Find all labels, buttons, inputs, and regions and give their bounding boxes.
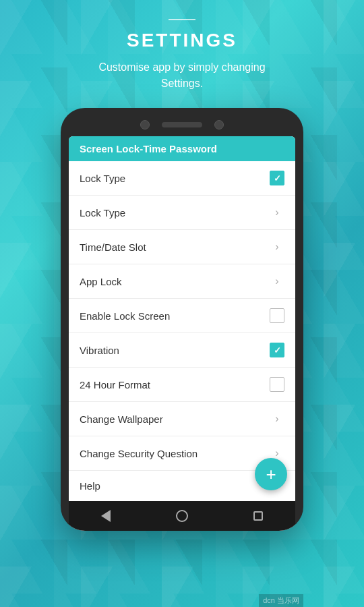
chevron-icon-app-lock: ›	[270, 274, 284, 289]
settings-label-24-hour: 24 Hour Format	[80, 379, 150, 391]
checkbox-vibration[interactable]	[270, 343, 284, 357]
settings-list: Lock Type Lock Type › Time/Date Slot ›	[69, 161, 295, 501]
fab-add-button[interactable]: +	[255, 458, 287, 490]
phone-mockup: Screen Lock-Time Password Lock Type Lock…	[61, 108, 303, 607]
phone-camera-right	[214, 120, 224, 129]
page-subtitle: Customise app by simply changing Setting…	[81, 59, 283, 92]
recent-button[interactable]	[253, 511, 263, 521]
settings-label-help: Help	[80, 480, 100, 492]
page-header: SETTINGS Customise app by simply changin…	[0, 0, 364, 103]
page-title: SETTINGS	[13, 30, 351, 51]
chevron-icon-time-date: ›	[270, 239, 284, 254]
phone-camera	[140, 120, 150, 129]
checkbox-enable-lock-screen[interactable]	[270, 308, 284, 323]
recent-icon	[253, 511, 263, 521]
back-button[interactable]	[101, 510, 111, 522]
settings-item-change-wallpaper[interactable]: Change Wallpaper ›	[69, 402, 295, 436]
phone-screen: Screen Lock-Time Password Lock Type Lock…	[69, 136, 295, 531]
settings-item-time-date-slot[interactable]: Time/Date Slot ›	[69, 230, 295, 264]
settings-label-enable-lock-screen: Enable Lock Screen	[80, 310, 170, 322]
screen-section-header: Screen Lock-Time Password	[69, 136, 295, 161]
settings-item-app-lock[interactable]: App Lock ›	[69, 264, 295, 299]
section-title: Screen Lock-Time Password	[80, 143, 284, 154]
header-divider	[169, 19, 195, 20]
phone-body: Screen Lock-Time Password Lock Type Lock…	[61, 108, 303, 531]
settings-label-change-wallpaper: Change Wallpaper	[80, 413, 163, 425]
settings-label-lock-type-arrow: Lock Type	[80, 207, 125, 219]
home-icon	[176, 510, 188, 522]
home-button[interactable]	[176, 510, 188, 522]
checkbox-24-hour[interactable]	[270, 377, 284, 392]
settings-item-lock-type-checked[interactable]: Lock Type	[69, 161, 295, 196]
phone-speaker	[162, 122, 202, 127]
chevron-icon-lock-type: ›	[270, 205, 284, 220]
settings-label-time-date: Time/Date Slot	[80, 241, 146, 253]
chevron-icon-wallpaper: ›	[270, 411, 284, 426]
settings-item-lock-type-arrow[interactable]: Lock Type ›	[69, 196, 295, 230]
settings-label-vibration: Vibration	[80, 345, 119, 356]
phone-nav-bar	[69, 501, 295, 531]
settings-label-lock-type-checked: Lock Type	[80, 173, 125, 184]
settings-item-enable-lock-screen[interactable]: Enable Lock Screen	[69, 299, 295, 333]
phone-top-bar	[69, 120, 295, 129]
watermark: dcn 当乐网	[259, 594, 303, 607]
back-icon	[101, 510, 111, 522]
settings-item-vibration[interactable]: Vibration	[69, 333, 295, 368]
settings-label-security-question: Change Security Question	[80, 448, 198, 459]
settings-item-24-hour-format[interactable]: 24 Hour Format	[69, 368, 295, 402]
checkbox-lock-type[interactable]	[270, 171, 284, 185]
settings-label-app-lock: App Lock	[80, 276, 122, 287]
